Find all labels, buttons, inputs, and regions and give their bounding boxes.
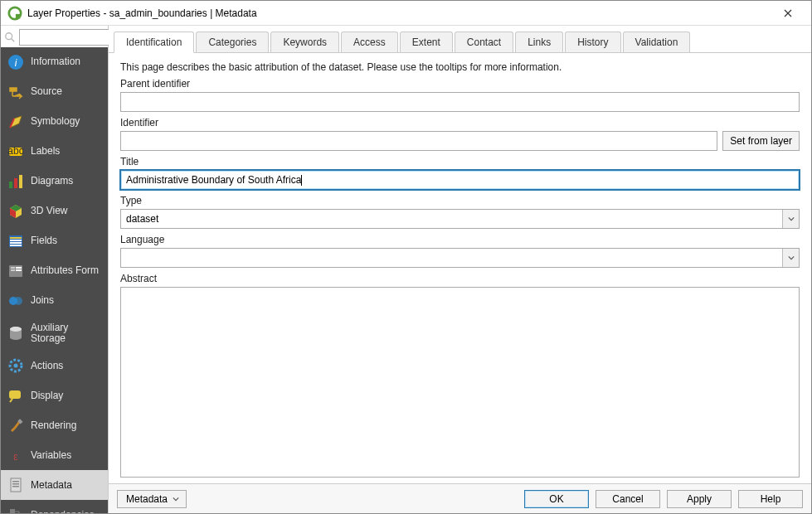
identifier-label: Identifier bbox=[120, 117, 800, 128]
form-area: This page describes the basic attributio… bbox=[109, 53, 811, 483]
epsilon-icon: ε bbox=[7, 447, 24, 463]
sidebar-item-variables[interactable]: ε Variables bbox=[1, 440, 108, 470]
footer: Metadata OK Cancel Apply Help bbox=[109, 483, 811, 513]
sidebar-item-labels[interactable]: abc Labels bbox=[1, 137, 108, 167]
gear-icon bbox=[7, 357, 24, 374]
svg-rect-12 bbox=[10, 237, 22, 239]
svg-rect-31 bbox=[12, 481, 19, 482]
svg-rect-13 bbox=[10, 240, 22, 241]
sidebar-item-joins[interactable]: Joins bbox=[1, 286, 108, 316]
tabbar: Identification Categories Keywords Acces… bbox=[109, 26, 811, 53]
database-icon bbox=[7, 325, 24, 342]
svg-rect-18 bbox=[11, 269, 15, 271]
ok-button[interactable]: OK bbox=[524, 490, 589, 508]
sidebar-item-diagrams[interactable]: Diagrams bbox=[1, 167, 108, 196]
tab-validation[interactable]: Validation bbox=[623, 32, 691, 52]
title-input[interactable]: Administrative Boundary of South Africa bbox=[120, 170, 800, 190]
window: Layer Properties - sa_admin_boundaries |… bbox=[0, 0, 812, 514]
svg-point-26 bbox=[14, 364, 18, 368]
sidebar-item-label: Fields bbox=[31, 235, 57, 246]
sidebar-item-fields[interactable]: Fields bbox=[1, 226, 108, 256]
type-select-value[interactable] bbox=[120, 209, 800, 229]
brush-icon bbox=[7, 417, 24, 434]
tab-label: Access bbox=[353, 36, 386, 48]
body: i Information Source Symbology abc Label… bbox=[1, 26, 811, 513]
sidebar-item-symbology[interactable]: Symbology bbox=[1, 107, 108, 137]
tab-extent[interactable]: Extent bbox=[400, 32, 453, 52]
left-column: i Information Source Symbology abc Label… bbox=[1, 26, 109, 513]
chevron-down-icon[interactable] bbox=[782, 249, 799, 267]
form-icon bbox=[7, 263, 24, 279]
sidebar-item-auxiliary-storage[interactable]: Auxiliary Storage bbox=[1, 316, 108, 351]
sidebar-item-information[interactable]: i Information bbox=[1, 47, 108, 77]
sidebar-item-rendering[interactable]: Rendering bbox=[1, 410, 108, 440]
sidebar-item-metadata[interactable]: Metadata bbox=[1, 470, 108, 500]
sidebar-item-source[interactable]: Source bbox=[1, 77, 108, 107]
tab-contact[interactable]: Contact bbox=[455, 32, 513, 52]
sidebar-item-label: Variables bbox=[31, 450, 71, 461]
svg-rect-34 bbox=[10, 509, 15, 513]
sidebar-item-3dview[interactable]: 3D View bbox=[1, 196, 108, 226]
sidebar-item-label: Labels bbox=[31, 146, 60, 157]
metadata-icon bbox=[7, 477, 24, 493]
sidebar-item-actions[interactable]: Actions bbox=[1, 351, 108, 381]
tab-categories[interactable]: Categories bbox=[196, 32, 269, 52]
search-row bbox=[1, 26, 108, 47]
cancel-button[interactable]: Cancel bbox=[596, 490, 660, 508]
diagrams-icon bbox=[7, 173, 24, 190]
language-select-value[interactable] bbox=[120, 248, 800, 268]
sidebar-item-label: Display bbox=[31, 390, 63, 401]
display-icon bbox=[7, 387, 24, 404]
metadata-menu-button[interactable]: Metadata bbox=[117, 490, 187, 508]
sidebar-item-label: 3D View bbox=[31, 206, 67, 216]
text-cursor bbox=[301, 175, 302, 186]
abstract-textarea[interactable] bbox=[120, 287, 800, 478]
sidebar[interactable]: i Information Source Symbology abc Label… bbox=[1, 47, 108, 513]
sidebar-item-attributes-form[interactable]: Attributes Form bbox=[1, 256, 108, 286]
language-select[interactable] bbox=[120, 248, 800, 268]
tab-label: Validation bbox=[635, 36, 678, 48]
apply-button[interactable]: Apply bbox=[667, 490, 732, 508]
svg-text:i: i bbox=[15, 57, 17, 69]
titlebar: Layer Properties - sa_admin_boundaries |… bbox=[1, 1, 811, 26]
title-label: Title bbox=[120, 156, 800, 167]
svg-rect-8 bbox=[9, 182, 12, 188]
svg-rect-14 bbox=[10, 242, 22, 244]
svg-point-24 bbox=[10, 327, 22, 332]
search-icon bbox=[4, 32, 16, 43]
tab-history[interactable]: History bbox=[565, 32, 620, 52]
sidebar-item-label: Attributes Form bbox=[31, 265, 99, 276]
metadata-menu-label: Metadata bbox=[126, 493, 168, 505]
type-label: Type bbox=[120, 195, 800, 206]
title-input-value: Administrative Boundary of South Africa bbox=[126, 174, 301, 186]
sidebar-item-label: Source bbox=[31, 86, 62, 97]
help-button[interactable]: Help bbox=[738, 490, 803, 508]
tab-label: Contact bbox=[467, 36, 501, 48]
chevron-down-icon[interactable] bbox=[782, 210, 799, 228]
language-label: Language bbox=[120, 234, 800, 245]
qgis-icon bbox=[7, 6, 22, 21]
tab-label: Categories bbox=[208, 36, 256, 48]
tab-identification[interactable]: Identification bbox=[114, 32, 194, 53]
sidebar-item-label: Diagrams bbox=[31, 176, 73, 187]
labels-icon: abc bbox=[7, 143, 24, 160]
tab-links[interactable]: Links bbox=[515, 32, 563, 52]
svg-point-2 bbox=[6, 33, 12, 40]
svg-rect-19 bbox=[16, 267, 22, 269]
tab-keywords[interactable]: Keywords bbox=[270, 32, 339, 52]
tab-label: Keywords bbox=[283, 36, 327, 48]
window-close-button[interactable] bbox=[771, 2, 805, 25]
svg-rect-1 bbox=[16, 13, 20, 17]
set-from-layer-button[interactable]: Set from layer bbox=[722, 131, 800, 151]
parent-identifier-input[interactable] bbox=[120, 92, 800, 112]
type-select[interactable] bbox=[120, 209, 800, 229]
sidebar-item-display[interactable]: Display bbox=[1, 381, 108, 410]
svg-rect-27 bbox=[9, 390, 21, 399]
cube-icon bbox=[7, 203, 24, 220]
svg-rect-30 bbox=[11, 478, 21, 492]
svg-rect-17 bbox=[11, 267, 15, 269]
sidebar-item-dependencies[interactable]: Dependencies bbox=[1, 500, 108, 513]
tab-access[interactable]: Access bbox=[341, 32, 398, 52]
identifier-input[interactable] bbox=[120, 131, 717, 151]
tab-label: Links bbox=[528, 36, 551, 48]
